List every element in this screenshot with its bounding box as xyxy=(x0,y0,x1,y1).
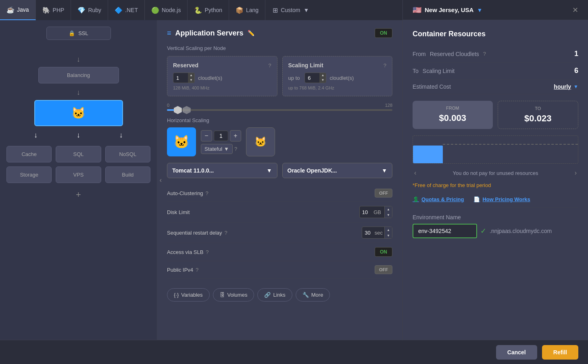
storage-node[interactable]: Storage xyxy=(6,166,52,183)
reserved-title: Reserved xyxy=(173,62,198,69)
graph-next-button[interactable]: › xyxy=(573,168,578,178)
price-from-box: FROM $0.003 xyxy=(413,101,493,129)
access-slb-row: Access via SLB ? ON xyxy=(167,243,392,261)
reserved-cloudlets-row: From Reserved Cloudlets ? 1 xyxy=(413,46,578,62)
reserved-info: 128 MiB, 400 MHz xyxy=(173,85,271,90)
variables-button[interactable]: {·} Variables xyxy=(167,288,210,302)
ruby-icon: 💎 xyxy=(77,6,85,14)
reserved-thumb[interactable] xyxy=(174,106,182,114)
stateful-arrow-icon: ▼ xyxy=(224,146,229,152)
arrow-down-1: ↓ xyxy=(6,55,150,64)
stepper-increment[interactable]: + xyxy=(230,130,241,141)
sequential-restart-input[interactable]: 30 sec ▲ ▼ xyxy=(362,227,392,239)
power-toggle[interactable]: ON xyxy=(375,28,392,38)
disk-decrement[interactable]: ▼ xyxy=(385,212,392,218)
node-count-stepper[interactable]: − + xyxy=(201,130,241,141)
price-from-label: FROM xyxy=(417,106,488,110)
limit-decrement[interactable]: ▼ xyxy=(319,78,326,83)
action-bar: Cancel Refill xyxy=(0,340,588,364)
stepper-decrement[interactable]: − xyxy=(201,130,212,141)
scaling-limit-input[interactable]: ▲ ▼ xyxy=(304,73,326,83)
arrow-cache: ↓ xyxy=(34,131,38,139)
quotas-pricing-link[interactable]: 💲 Quotas & Pricing xyxy=(413,196,464,202)
close-button[interactable]: ✕ xyxy=(572,6,578,15)
auto-clustering-toggle[interactable]: OFF xyxy=(375,189,392,198)
pricing-doc-icon: 📄 xyxy=(473,196,480,202)
panel-icon: ≡ xyxy=(167,29,171,37)
slb-toggle[interactable]: ON xyxy=(375,247,392,257)
tomcat-version-dropdown[interactable]: Tomcat 11.0.0... ▼ xyxy=(167,163,277,178)
price-boxes: FROM $0.003 TO $0.023 xyxy=(413,101,578,129)
node-count-input[interactable] xyxy=(214,131,228,141)
disk-limit-input[interactable]: 10 GB ▲ ▼ xyxy=(359,206,392,218)
vertical-scaling-label: Vertical Scaling per Node xyxy=(167,45,392,51)
refill-button[interactable]: Refill xyxy=(542,345,578,360)
limit-increment[interactable]: ▲ xyxy=(319,73,326,78)
links-button[interactable]: 🔗 Links xyxy=(257,288,292,302)
limit-thumb[interactable] xyxy=(183,106,191,114)
more-button[interactable]: 🔧 More xyxy=(296,288,330,302)
how-pricing-link[interactable]: 📄 How Pricing Works xyxy=(473,196,530,202)
auto-clustering-help-icon[interactable]: ? xyxy=(206,190,209,196)
tab-nodejs[interactable]: 🟢 Node.js xyxy=(145,0,188,20)
rc-help-icon[interactable]: ? xyxy=(483,51,486,57)
python-icon: 🐍 xyxy=(194,6,202,14)
collapse-panel-button[interactable]: ‹ xyxy=(160,177,162,184)
tab-custom-dropdown[interactable]: ⊞ Custom ▼ xyxy=(265,0,315,20)
volumes-button[interactable]: 🗄 Volumes xyxy=(213,288,254,302)
variables-icon: {·} xyxy=(174,292,179,298)
slb-help-icon[interactable]: ? xyxy=(206,249,209,255)
tab-python[interactable]: 🐍 Python xyxy=(188,0,229,20)
dropdown-arrow-icon: ▼ xyxy=(303,7,309,13)
scaling-limit-help-icon[interactable]: ? xyxy=(384,62,386,69)
stateful-help-icon[interactable]: ? xyxy=(234,146,237,152)
reserved-increment[interactable]: ▲ xyxy=(188,73,194,78)
graph-prev-button[interactable]: ‹ xyxy=(413,168,418,178)
stateful-dropdown[interactable]: Stateful ▼ xyxy=(201,144,233,154)
reserved-help-icon[interactable]: ? xyxy=(268,62,271,69)
ssl-button[interactable]: 🔒 SSL xyxy=(46,27,111,40)
environment-name-section: Environment Name ✓ .nnjpaas.cloudmydc.co… xyxy=(413,214,578,238)
custom-icon: ⊞ xyxy=(271,6,279,14)
vps-node[interactable]: VPS xyxy=(56,166,101,183)
secondary-server-icon: 🐱 xyxy=(246,127,275,156)
nosql-node[interactable]: NoSQL xyxy=(105,146,150,162)
add-layer-button[interactable]: + xyxy=(6,189,150,200)
sql-node[interactable]: SQL xyxy=(56,146,101,162)
location-dropdown-arrow[interactable]: ▼ xyxy=(477,7,482,13)
edit-icon[interactable]: ✏️ xyxy=(248,30,254,36)
limit-unit-label: cloudlet(s) xyxy=(329,75,354,81)
env-name-input[interactable] xyxy=(413,224,477,238)
disk-limit-row: Disk Limit 10 GB ▲ ▼ xyxy=(167,202,392,223)
app-server-node[interactable]: 🐱 xyxy=(34,100,123,126)
cloudlets-slider[interactable]: 0 128 xyxy=(167,103,392,111)
cache-node[interactable]: Cache xyxy=(6,146,52,162)
tab-net[interactable]: 🔷 .NET xyxy=(108,0,145,20)
reserved-decrement[interactable]: ▼ xyxy=(188,78,194,83)
scaling-limit-value-input[interactable] xyxy=(305,73,319,83)
tab-java[interactable]: ☕ Java xyxy=(0,0,36,20)
seq-decrement[interactable]: ▼ xyxy=(385,233,392,238)
disk-increment[interactable]: ▲ xyxy=(385,206,392,212)
balancing-node[interactable]: Balancing xyxy=(38,67,119,83)
price-to-box: TO $0.023 xyxy=(498,101,579,129)
seq-increment[interactable]: ▲ xyxy=(385,227,392,233)
pricing-links: 💲 Quotas & Pricing 📄 How Pricing Works xyxy=(413,191,578,208)
ipv4-toggle[interactable]: OFF xyxy=(375,265,392,274)
reserved-cloudlets-input[interactable]: ▲ ▼ xyxy=(173,73,195,83)
ipv4-help-icon[interactable]: ? xyxy=(196,267,198,273)
build-node[interactable]: Build xyxy=(105,166,150,183)
tab-php[interactable]: 🐘 PHP xyxy=(36,0,71,20)
scaling-limit-value: 6 xyxy=(574,67,578,75)
cost-dropdown-arrow-icon[interactable]: ▼ xyxy=(573,84,578,89)
reserved-value-input[interactable] xyxy=(173,73,188,83)
cost-dashed-line xyxy=(443,144,578,145)
seq-restart-help-icon[interactable]: ? xyxy=(225,230,227,236)
cancel-button[interactable]: Cancel xyxy=(496,345,537,360)
scaling-limit-title: Scaling Limit xyxy=(288,62,323,69)
hourly-dropdown[interactable]: hourly xyxy=(554,83,571,90)
tab-lang[interactable]: 📦 Lang xyxy=(229,0,265,20)
jdk-version-dropdown[interactable]: Oracle OpenJDK... ▼ xyxy=(282,163,393,178)
env-domain-suffix: .nnjpaas.cloudmydc.com xyxy=(490,228,552,234)
tab-ruby[interactable]: 💎 Ruby xyxy=(71,0,108,20)
